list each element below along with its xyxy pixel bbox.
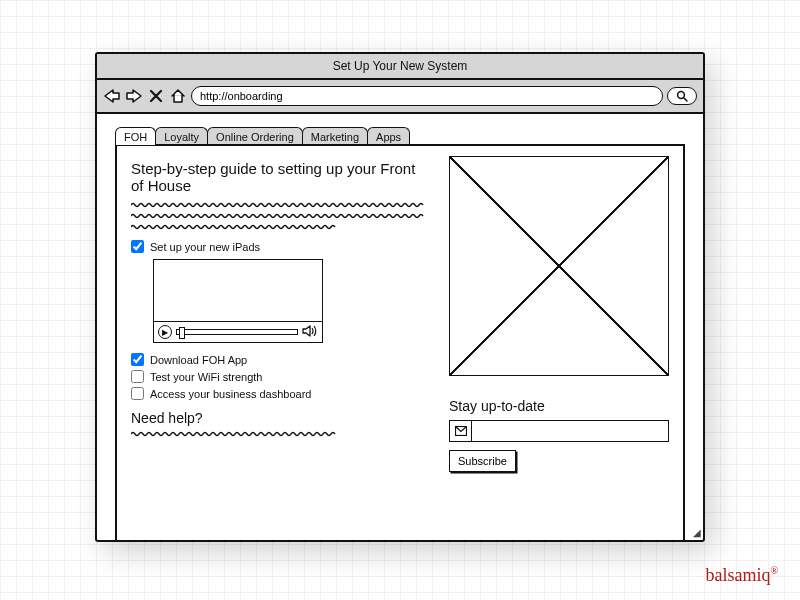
checklist-item-wifi[interactable]: Test your WiFi strength [131, 370, 431, 383]
tab-loyalty[interactable]: Loyalty [155, 127, 208, 145]
checklist-item-ipads[interactable]: Set up your new iPads [131, 240, 431, 253]
browser-toolbar [97, 80, 703, 114]
checkbox-ipads[interactable] [131, 240, 144, 253]
stop-icon[interactable] [147, 87, 165, 105]
email-input[interactable] [472, 421, 668, 441]
image-placeholder [449, 156, 669, 376]
checklist-item-foh-app[interactable]: Download FOH App [131, 353, 431, 366]
subscribe-button[interactable]: Subscribe [449, 450, 516, 472]
svg-point-0 [678, 92, 685, 99]
video-player: ▶ [153, 259, 323, 343]
lorem-paragraph [131, 202, 431, 230]
play-icon[interactable]: ▶ [158, 325, 172, 339]
home-icon[interactable] [169, 87, 187, 105]
page-heading: Step-by-step guide to setting up your Fr… [131, 160, 431, 194]
window-titlebar: Set Up Your New System [97, 54, 703, 80]
checkbox-dashboard[interactable] [131, 387, 144, 400]
tab-content: Step-by-step guide to setting up your Fr… [115, 144, 685, 542]
video-progress[interactable] [176, 329, 298, 335]
video-screen[interactable] [154, 260, 322, 322]
video-controls: ▶ [154, 322, 322, 342]
help-heading: Need help? [131, 410, 431, 426]
stay-heading: Stay up-to-date [449, 398, 669, 414]
back-icon[interactable] [103, 87, 121, 105]
url-input[interactable] [191, 86, 663, 106]
checkbox-foh-app[interactable] [131, 353, 144, 366]
browser-window: Set Up Your New System FOH Loyalty Onlin… [95, 52, 705, 542]
brand-logo: balsamiq® [705, 565, 778, 586]
forward-icon[interactable] [125, 87, 143, 105]
tab-apps[interactable]: Apps [367, 127, 410, 145]
volume-icon[interactable] [302, 325, 318, 339]
tab-online-ordering[interactable]: Online Ordering [207, 127, 303, 145]
tab-foh[interactable]: FOH [115, 127, 156, 145]
sidebar-column: Stay up-to-date Subscribe [449, 156, 669, 472]
search-button[interactable] [667, 87, 697, 105]
window-title: Set Up Your New System [333, 59, 468, 73]
checklist-item-dashboard[interactable]: Access your business dashboard [131, 387, 431, 400]
tab-marketing[interactable]: Marketing [302, 127, 368, 145]
envelope-icon [450, 421, 472, 441]
main-column: Step-by-step guide to setting up your Fr… [131, 156, 431, 472]
resize-grip-icon[interactable]: ◢ [693, 527, 699, 538]
tab-row: FOH Loyalty Online Ordering Marketing Ap… [115, 120, 703, 144]
checkbox-wifi[interactable] [131, 370, 144, 383]
email-field-wrapper [449, 420, 669, 442]
